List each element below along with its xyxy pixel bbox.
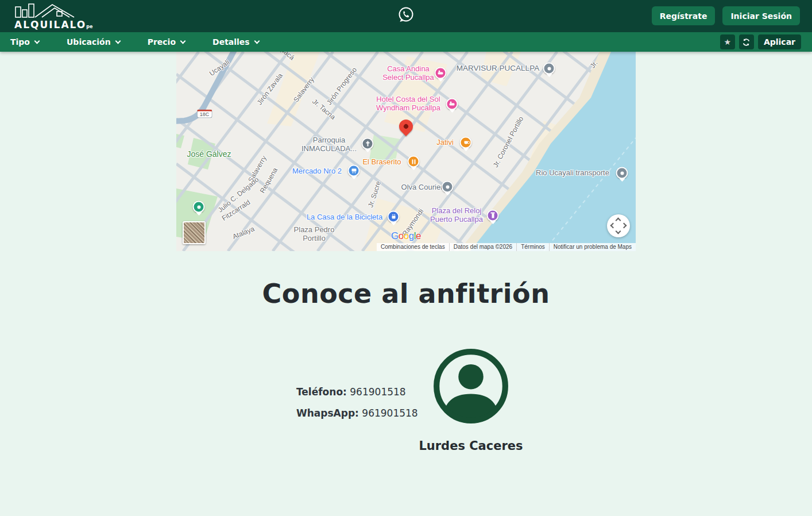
arrow-down-icon	[616, 229, 621, 234]
google-letter: g	[409, 230, 414, 241]
arrow-right-icon	[621, 223, 627, 229]
utensils-icon	[409, 157, 419, 167]
satellite-view-toggle[interactable]	[183, 221, 206, 244]
arrow-up-icon	[616, 218, 621, 224]
poi-marker[interactable]	[543, 63, 555, 75]
host-name: Lurdes Caceres	[402, 439, 540, 453]
filter-tipo-label: Tipo	[10, 37, 30, 47]
poi-marker-market[interactable]	[348, 165, 360, 177]
area-label: Plaza Pedro Portillo	[284, 226, 345, 243]
reset-filters-button[interactable]	[739, 34, 754, 49]
bed-icon	[447, 99, 457, 109]
keyboard-shortcuts-link[interactable]: Combinaciones de teclas	[377, 243, 449, 251]
filter-precio[interactable]: Precio	[148, 37, 185, 47]
host-section-title: Conoce al anfitrión	[0, 278, 812, 309]
apply-filters-button[interactable]: Aplicar	[758, 34, 801, 49]
poi-label-hotel[interactable]: Casa Andina Select Pucallpa	[378, 65, 439, 82]
chevron-down-icon	[180, 38, 186, 44]
whatsapp-value: 961901518	[362, 407, 417, 419]
host-contact-info: Teléfono: 961901518 WhapsApp: 961901518	[296, 386, 418, 429]
google-letter: o	[404, 230, 409, 241]
host-avatar	[432, 347, 510, 425]
chevron-down-icon	[34, 38, 40, 44]
poi-label-attraction[interactable]: Plaza del Reloj Puerto Pucallpa	[425, 207, 488, 224]
cart-icon	[349, 166, 359, 176]
filter-ubicacion-label: Ubicación	[67, 37, 111, 47]
filter-detalles-label: Detalles	[212, 37, 250, 47]
phone-row: Teléfono: 961901518	[296, 386, 418, 398]
poi-label-transport[interactable]: Rio Ucayali transporte	[521, 169, 624, 178]
tower-icon	[488, 211, 498, 221]
filter-tipo[interactable]: Tipo	[10, 37, 39, 47]
favorites-button[interactable]: ★	[720, 34, 735, 49]
highway-shield: 18C	[197, 110, 212, 118]
brand-name: ALQUILALOpe	[14, 19, 92, 30]
coffee-cup-icon	[461, 138, 471, 148]
whatsapp-label: WhapsApp:	[296, 407, 359, 419]
refresh-icon	[742, 38, 751, 47]
area-label: José Gálvez	[187, 149, 231, 159]
terms-link[interactable]: Términos	[516, 243, 549, 251]
google-letter: e	[416, 230, 421, 241]
poi-label-hotel[interactable]: Hotel Costa del Sol Wyndham Pucallpa	[365, 95, 451, 112]
register-button[interactable]: Regístrate	[652, 6, 716, 25]
top-header: ALQUILALOpe Regístrate Iniciar Sesión	[0, 0, 812, 32]
phone-value: 961901518	[350, 386, 405, 398]
poi-label-store[interactable]: La Casa de la Bicicleta	[290, 213, 399, 222]
place-icon	[617, 168, 627, 178]
poi-marker-church[interactable]	[362, 138, 374, 150]
poi-label-church[interactable]: Parroquia INMACULADA...	[296, 136, 362, 153]
poi-marker[interactable]	[442, 181, 454, 193]
person-circle-icon	[432, 347, 510, 425]
poi-label-market[interactable]: Mercado Nro 2	[283, 167, 351, 176]
poi-marker-cafe[interactable]	[460, 137, 472, 149]
phone-label: Teléfono:	[296, 386, 347, 398]
lock-icon	[389, 212, 399, 222]
place-icon	[443, 182, 453, 192]
brand-suffix: pe	[86, 24, 92, 29]
auth-buttons: Regístrate Iniciar Sesión	[652, 6, 800, 25]
map-attribution: Combinaciones de teclas Datos del mapa ©…	[377, 243, 636, 251]
brand-logo[interactable]: ALQUILALOpe	[14, 2, 95, 30]
chevron-down-icon	[254, 38, 260, 44]
poi-label-cafe[interactable]: Jativi	[428, 138, 462, 147]
filter-actions: ★ Aplicar	[720, 34, 801, 49]
poi-label-restaurant[interactable]: El Braserito	[353, 158, 411, 167]
filter-ubicacion[interactable]: Ubicación	[67, 37, 120, 47]
filter-detalles[interactable]: Detalles	[212, 37, 259, 47]
chevron-down-icon	[115, 38, 121, 44]
poi-marker-transport[interactable]	[616, 167, 628, 179]
cross-icon	[363, 139, 373, 149]
poi-marker-park[interactable]	[193, 201, 205, 213]
poi-label[interactable]: MARVISUR PUCALLPA	[435, 64, 561, 72]
poi-marker-attraction[interactable]	[487, 210, 499, 222]
login-button[interactable]: Iniciar Sesión	[722, 6, 800, 25]
park-icon	[194, 202, 204, 212]
poi-marker-hotel[interactable]	[446, 98, 458, 110]
whatsapp-icon[interactable]	[397, 6, 415, 24]
place-icon	[544, 64, 554, 74]
report-problem-link[interactable]: Notificar un problema de Maps	[549, 243, 636, 251]
google-letter: o	[399, 230, 404, 241]
page: ALQUILALOpe Regístrate Iniciar Sesión Ti…	[0, 0, 812, 516]
google-logo[interactable]: Google	[391, 230, 421, 242]
arrow-left-icon	[610, 223, 616, 229]
poi-marker-restaurant[interactable]	[408, 156, 420, 168]
poi-marker-hotel[interactable]	[435, 67, 447, 79]
star-icon: ★	[724, 37, 732, 47]
map-data-copyright: Datos del mapa ©2026	[449, 243, 516, 251]
whatsapp-row: WhapsApp: 961901518	[296, 407, 418, 419]
house-logo-icon	[14, 2, 83, 19]
google-letter: G	[391, 230, 399, 241]
filter-precio-label: Precio	[148, 37, 176, 47]
filter-bar: Tipo Ubicación Precio Detalles ★ Aplicar	[0, 32, 812, 52]
poi-marker-store[interactable]	[388, 211, 400, 223]
bed-icon	[436, 68, 446, 78]
google-map[interactable]: Ucayali Tarapacá Jirón Zavala Salaverry …	[176, 52, 636, 251]
pan-control[interactable]	[607, 214, 630, 237]
